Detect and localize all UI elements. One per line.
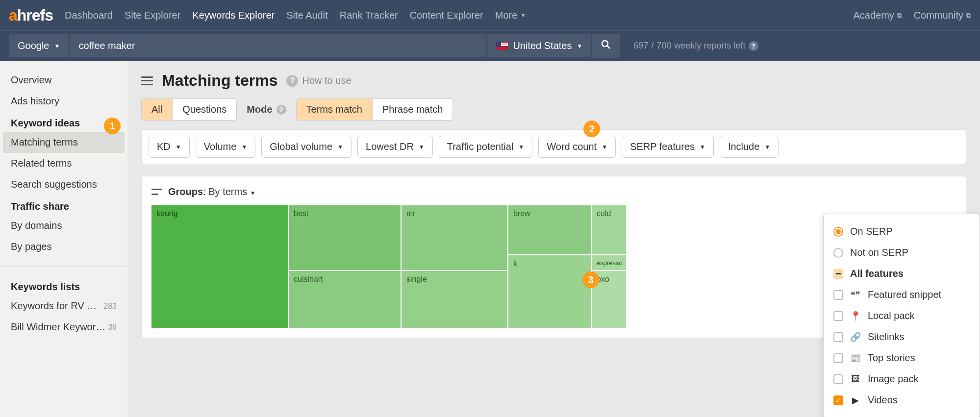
checkbox-indeterminate-icon: [833, 269, 843, 279]
image-icon: 🖼: [850, 374, 861, 384]
caret-down-icon: ▼: [337, 144, 343, 150]
checkbox-icon: [833, 353, 843, 363]
groups-by-select[interactable]: By terms ▼: [208, 186, 255, 197]
checkbox-icon: [833, 332, 843, 342]
nav-dashboard[interactable]: Dashboard: [65, 10, 113, 21]
dropdown-not-on-serp[interactable]: Not on SERP: [824, 242, 980, 263]
annotation-badge-3: 3: [582, 271, 599, 288]
top-nav: ahrefs Dashboard Site Explorer Keywords …: [0, 0, 980, 30]
treemap-cell[interactable]: cuisinart: [289, 271, 401, 328]
sidebar-by-pages[interactable]: By pages: [0, 236, 127, 257]
caret-down-icon: ▼: [520, 12, 526, 19]
external-link-icon: ⧉: [966, 11, 971, 20]
sidebar-heading-lists: Keywords lists: [0, 275, 127, 295]
nav-community[interactable]: Community⧉: [914, 10, 971, 21]
annotation-badge-2: 2: [583, 121, 600, 137]
caret-down-icon: ▼: [250, 190, 256, 196]
svg-point-0: [602, 41, 608, 47]
serp-features-dropdown: On SERP Not on SERP All features ❝❞Featu…: [823, 214, 980, 417]
nav-academy[interactable]: Academy⧉: [853, 10, 902, 21]
treemap-cell[interactable]: single: [402, 271, 507, 328]
dropdown-image-pack[interactable]: 🖼Image pack: [824, 368, 980, 390]
nav-rank-tracker[interactable]: Rank Tracker: [340, 10, 398, 21]
nav-more[interactable]: More▼: [495, 10, 526, 21]
sidebar-search-suggestions[interactable]: Search suggestions: [0, 174, 127, 195]
filter-word-count[interactable]: Word count▼: [538, 136, 616, 158]
dropdown-sitelinks[interactable]: 🔗Sitelinks: [824, 326, 980, 347]
help-icon[interactable]: ?: [276, 105, 286, 115]
svg-line-1: [607, 46, 610, 49]
search-engine-select[interactable]: Google▼: [9, 34, 69, 57]
filter-include[interactable]: Include▼: [720, 136, 779, 158]
checkbox-icon: [833, 311, 843, 321]
dropdown-featured-snippet[interactable]: ❝❞Featured snippet: [824, 284, 980, 305]
sidebar: Overview Ads history Keyword ideas Match…: [0, 61, 127, 417]
nav-site-audit[interactable]: Site Audit: [286, 10, 328, 21]
logo[interactable]: ahrefs: [9, 6, 53, 25]
filter-serp-features[interactable]: SERP features▼: [622, 136, 714, 158]
help-icon: ?: [286, 75, 298, 87]
filter-volume[interactable]: Volume▼: [196, 136, 256, 158]
sidebar-ads-history[interactable]: Ads history: [0, 91, 127, 112]
help-icon[interactable]: ?: [749, 41, 758, 51]
tab-phrase-match[interactable]: Phrase match: [373, 99, 452, 120]
external-link-icon: ⧉: [897, 11, 902, 20]
caret-down-icon: ▼: [176, 144, 181, 150]
mode-label: Mode?: [247, 104, 286, 115]
country-select[interactable]: United States▼: [487, 34, 591, 57]
dropdown-local-pack[interactable]: 📍Local pack: [824, 305, 980, 326]
treemap: keurig best cuisinart mr single brew k c…: [151, 205, 623, 328]
dropdown-top-stories[interactable]: 📰Top stories: [824, 347, 980, 368]
dropdown-on-serp[interactable]: On SERP: [824, 221, 980, 242]
search-bar: Google▼ United States▼ 697 / 700 weekly …: [0, 30, 980, 61]
filters-row: KD▼ Volume▼ Global volume▼ Lowest DR▼ Tr…: [141, 129, 966, 164]
sidebar-by-domains[interactable]: By domains: [0, 215, 127, 236]
menu-icon[interactable]: [141, 76, 153, 85]
caret-down-icon: ▼: [700, 144, 705, 150]
search-button[interactable]: [592, 34, 620, 58]
news-icon: 📰: [850, 353, 861, 364]
search-icon: [601, 40, 611, 49]
caret-down-icon: ▼: [764, 144, 770, 150]
sliders-icon[interactable]: [151, 188, 162, 196]
filter-kd[interactable]: KD▼: [149, 136, 190, 158]
sidebar-list-item[interactable]: Keywords for RV …283: [0, 295, 127, 317]
treemap-cell[interactable]: keurig: [151, 205, 288, 328]
nav-keywords-explorer[interactable]: Keywords Explorer: [192, 10, 275, 21]
tab-questions[interactable]: Questions: [173, 99, 236, 120]
caret-down-icon: ▼: [577, 43, 582, 49]
keyword-input[interactable]: [70, 34, 486, 57]
link-icon: 🔗: [850, 332, 861, 343]
sidebar-overview[interactable]: Overview: [0, 70, 127, 91]
filter-global-volume[interactable]: Global volume▼: [261, 136, 352, 158]
sidebar-heading-traffic: Traffic share: [0, 195, 127, 215]
treemap-cell[interactable]: espresso: [592, 255, 626, 270]
us-flag-icon: [496, 42, 508, 50]
treemap-cell[interactable]: cold: [592, 205, 626, 254]
filter-traffic-potential[interactable]: Traffic potential▼: [439, 136, 533, 158]
treemap-cell[interactable]: mr: [402, 205, 507, 270]
checkbox-icon: [833, 374, 843, 384]
radio-icon: [833, 248, 843, 258]
treemap-cell[interactable]: best: [289, 205, 401, 270]
caret-down-icon: ▼: [241, 144, 247, 150]
checkbox-checked-icon: ✓: [833, 395, 843, 405]
tab-all[interactable]: All: [142, 99, 173, 120]
caret-down-icon: ▼: [54, 43, 60, 49]
dropdown-videos[interactable]: ✓▶Videos: [824, 390, 980, 411]
sidebar-related-terms[interactable]: Related terms: [0, 153, 127, 174]
how-to-use-link[interactable]: ?How to use: [286, 75, 351, 87]
treemap-cell[interactable]: k: [508, 255, 591, 328]
radio-checked-icon: [833, 227, 843, 237]
sidebar-matching-terms[interactable]: Matching terms: [3, 132, 125, 153]
annotation-badge-1: 1: [104, 118, 121, 134]
sidebar-list-item[interactable]: Bill Widmer Keywor…36: [0, 317, 127, 338]
nav-site-explorer[interactable]: Site Explorer: [125, 10, 181, 21]
treemap-cell[interactable]: brew: [508, 205, 591, 254]
dropdown-all-features[interactable]: All features: [824, 263, 980, 284]
tab-terms-match[interactable]: Terms match: [297, 99, 373, 120]
page-title: Matching terms: [162, 72, 277, 90]
nav-content-explorer[interactable]: Content Explorer: [410, 10, 483, 21]
filter-lowest-dr[interactable]: Lowest DR▼: [357, 136, 433, 158]
reports-counter: 697 / 700 weekly reports left ?: [633, 41, 758, 51]
